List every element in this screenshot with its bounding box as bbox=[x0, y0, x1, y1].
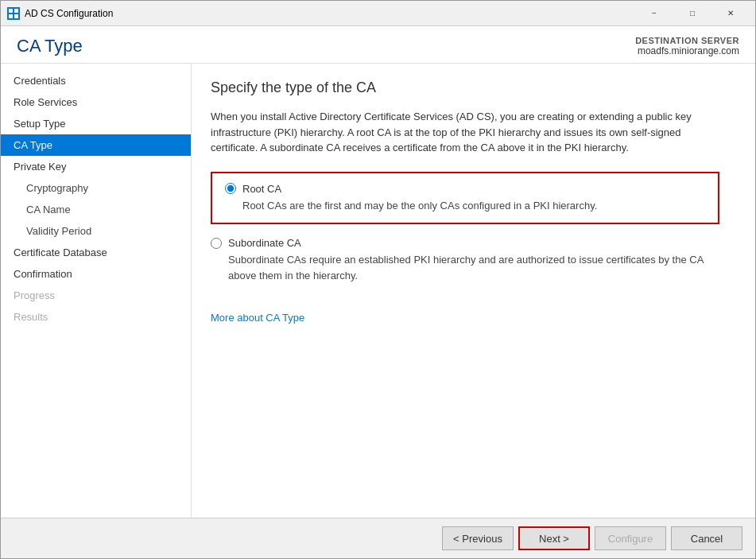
subordinate-ca-radio[interactable] bbox=[211, 238, 222, 249]
sidebar-item-certificate-database[interactable]: Certificate Database bbox=[1, 242, 191, 263]
sidebar-item-setup-type[interactable]: Setup Type bbox=[1, 113, 191, 134]
cancel-button[interactable]: Cancel bbox=[671, 526, 742, 550]
close-button[interactable]: ✕ bbox=[712, 1, 749, 26]
previous-button[interactable]: < Previous bbox=[442, 526, 514, 550]
root-ca-radio-label[interactable]: Root CA bbox=[225, 183, 705, 195]
sidebar-item-cryptography[interactable]: Cryptography bbox=[1, 177, 191, 199]
sidebar-item-ca-type[interactable]: CA Type bbox=[1, 134, 191, 156]
next-button[interactable]: Next > bbox=[518, 526, 590, 550]
svg-rect-3 bbox=[14, 14, 18, 18]
app-icon bbox=[7, 7, 20, 20]
sidebar-item-results: Results bbox=[1, 306, 191, 328]
subordinate-ca-option-box: Subordinate CA Subordinate CAs require a… bbox=[211, 237, 719, 283]
content-description: When you install Active Directory Certif… bbox=[211, 109, 704, 156]
sidebar: CredentialsRole ServicesSetup TypeCA Typ… bbox=[1, 64, 192, 518]
subordinate-ca-description: Subordinate CAs require an established P… bbox=[228, 252, 719, 283]
content-heading: Specify the type of the CA bbox=[211, 80, 736, 96]
destination-value: moadfs.miniorange.com bbox=[635, 45, 739, 56]
title-bar: AD CS Configuration − □ ✕ bbox=[1, 1, 755, 26]
main-content: CredentialsRole ServicesSetup TypeCA Typ… bbox=[1, 64, 755, 518]
subordinate-ca-label: Subordinate CA bbox=[228, 237, 301, 249]
destination-label: DESTINATION SERVER bbox=[635, 36, 739, 45]
root-ca-label: Root CA bbox=[242, 183, 281, 195]
sidebar-item-confirmation[interactable]: Confirmation bbox=[1, 263, 191, 285]
sidebar-item-role-services[interactable]: Role Services bbox=[1, 91, 191, 113]
content-area: Specify the type of the CA When you inst… bbox=[192, 64, 755, 518]
configure-button[interactable]: Configure bbox=[595, 526, 666, 550]
sidebar-item-credentials[interactable]: Credentials bbox=[1, 70, 191, 91]
page-header: CA Type DESTINATION SERVER moadfs.minior… bbox=[1, 26, 755, 64]
main-window: AD CS Configuration − □ ✕ CA Type DESTIN… bbox=[0, 0, 756, 559]
minimize-button[interactable]: − bbox=[636, 1, 673, 26]
svg-rect-0 bbox=[9, 9, 13, 13]
sidebar-item-ca-name[interactable]: CA Name bbox=[1, 199, 191, 220]
root-ca-radio[interactable] bbox=[225, 183, 236, 194]
sidebar-item-progress: Progress bbox=[1, 285, 191, 306]
root-ca-description: Root CAs are the first and may be the on… bbox=[242, 198, 705, 214]
destination-server-info: DESTINATION SERVER moadfs.miniorange.com bbox=[635, 36, 739, 56]
svg-rect-1 bbox=[14, 9, 18, 13]
window-controls: − □ ✕ bbox=[636, 1, 749, 26]
sidebar-item-validity-period[interactable]: Validity Period bbox=[1, 220, 191, 242]
page-title: CA Type bbox=[17, 36, 83, 56]
window-title: AD CS Configuration bbox=[25, 8, 113, 19]
svg-rect-2 bbox=[9, 14, 13, 18]
root-ca-option-box: Root CA Root CAs are the first and may b… bbox=[211, 172, 719, 225]
more-about-ca-type-link[interactable]: More about CA Type bbox=[211, 312, 304, 324]
sidebar-item-private-key[interactable]: Private Key bbox=[1, 156, 191, 177]
maximize-button[interactable]: □ bbox=[674, 1, 711, 26]
title-bar-left: AD CS Configuration bbox=[7, 7, 113, 20]
subordinate-ca-radio-label[interactable]: Subordinate CA bbox=[211, 237, 719, 249]
footer: < Previous Next > Configure Cancel bbox=[1, 518, 755, 558]
